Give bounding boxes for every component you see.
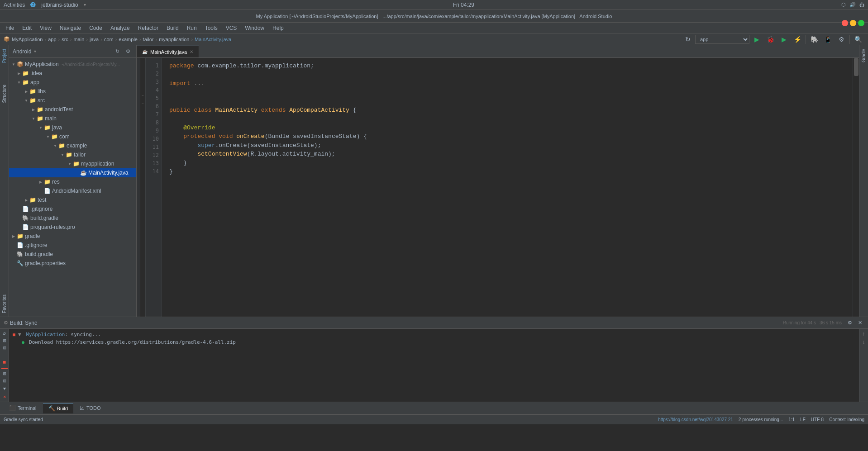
tree-item-androidtest[interactable]: ▶ 📁 androidTest [9,105,136,114]
tree-item-libs[interactable]: ▶ 📁 libs [9,87,136,96]
profile-button[interactable]: ⚡ [791,33,804,46]
build-close-button[interactable]: ✕ [855,318,864,328]
tree-item-example[interactable]: ▼ 📁 example [9,141,136,150]
tool-btn-star[interactable]: ★ [1,385,8,392]
panel-sync-button[interactable]: ↻ [113,47,122,56]
tab-build[interactable]: 🔨 Build [43,403,73,413]
tree-item-idea[interactable]: ▶ 📁 .idea [9,69,136,78]
build-header: ⚙ Build: Sync Running for 44 s 36 s 15 m… [0,317,868,329]
fold-marker-6[interactable]: − [140,91,145,100]
side-panel-header: Android ▾ ↻ ⚙ [9,45,136,58]
menu-navigate[interactable]: Navigate [56,24,85,32]
collapse-tool-button[interactable]: ⊟ [1,345,8,351]
src-folder-icon: 📁 [29,97,36,104]
fold-marker-9[interactable]: − [140,100,145,108]
tree-item-test[interactable]: ▶ 📁 test [9,195,136,204]
run-button[interactable]: ▶ [750,33,763,46]
project-tool-button[interactable]: Project [1,47,8,65]
tree-item-myapplication-pkg[interactable]: ▼ 📁 myapplication [9,159,136,168]
structure-tool-button[interactable]: Structure [1,83,8,105]
tree-item-tailor[interactable]: ▼ 📁 tailor [9,150,136,159]
tab-terminal[interactable]: ⬛ Terminal [4,403,42,413]
run-coverage-button[interactable]: ▶ [777,33,790,46]
tree-item-buildgradle-root[interactable]: ▶ 🐘 build.gradle [9,250,136,259]
menu-vcs[interactable]: VCS [222,24,241,32]
tool-btn-x[interactable]: ✕ [1,394,8,400]
tree-item-gradleprops[interactable]: ▶ 🔧 gradle.properties [9,259,136,268]
menu-edit[interactable]: Edit [19,24,35,32]
menu-view[interactable]: View [36,24,55,32]
gradle-tool-button[interactable]: Gradle [860,47,867,64]
nav-example[interactable]: example [119,37,138,42]
pin-tool-button[interactable]: ■ [0,358,9,366]
tree-item-myapplication[interactable]: ▼ 📦 MyApplication ~/AndroidStudioProject… [9,60,136,69]
activities-label[interactable]: Activities [4,2,25,8]
nav-sync-button[interactable]: ↻ [682,33,694,46]
code-line-11: setContentView(R.layout.activity_main); [169,150,845,159]
tree-item-res[interactable]: ▶ 📁 res [9,177,136,186]
tab-mainactivity[interactable]: ☕ MainActivity.java ✕ [137,46,199,57]
menu-code[interactable]: Code [86,24,106,32]
panel-settings-button[interactable]: ⚙ [124,47,133,56]
sync-tool-button[interactable]: ↻ [1,331,8,336]
tree-item-gitignore-root[interactable]: ▶ 📄 .gitignore [9,241,136,250]
sync-gradle-button[interactable]: 🐘 [808,33,820,46]
sdk-button[interactable]: ⚙ [835,33,848,46]
tree-item-androidmanifest[interactable]: ▶ 📄 AndroidManifest.xml [9,186,136,195]
build-arrow-myapp[interactable]: ▼ [18,332,21,337]
tool-btn-3[interactable]: ⊟ [1,378,8,384]
tree-item-main[interactable]: ▼ 📁 main [9,114,136,123]
tree-item-com[interactable]: ▼ 📁 com [9,132,136,141]
nav-com[interactable]: com [104,37,114,42]
nav-tailor[interactable]: tailor [143,37,154,42]
right-tool-1[interactable]: ↑ [863,331,865,337]
tree-item-gitignore-app[interactable]: ▶ 📄 .gitignore [9,204,136,214]
editor-content[interactable]: − − 1 2 3 4 5 6 7 8 9 10 11 12 13 14 [137,58,859,317]
debug-button[interactable]: 🐞 [764,33,777,46]
window-maximize-button[interactable] [858,20,864,26]
menu-refactor[interactable]: Refactor [134,24,162,32]
window-minimize-button[interactable] [850,20,856,26]
nav-mainactivity[interactable]: MainActivity.java [195,37,231,42]
expand-tool-button[interactable]: ⊞ [1,338,8,343]
status-url[interactable]: https://blog.csdn.net/wql20143027 21 [658,417,733,422]
tree-item-app[interactable]: ▼ 📁 app [9,78,136,87]
menu-window[interactable]: Window [241,24,268,32]
tab-close-button[interactable]: ✕ [190,49,193,54]
menu-tools[interactable]: Tools [201,24,221,32]
code-area[interactable]: package com.example.tailor.myapplication… [162,58,853,317]
nav-java[interactable]: java [90,37,99,42]
tree-item-buildgradle-app[interactable]: ▶ 🐘 build.gradle [9,214,136,223]
app-dropdown-arrow[interactable]: ▾ [84,2,86,7]
editor-scrollbar-thumb[interactable] [854,58,858,76]
avd-button[interactable]: 📱 [821,33,834,46]
menu-file[interactable]: File [2,24,18,32]
run-config-dropdown[interactable]: app [695,35,749,44]
menu-analyze[interactable]: Analyze [107,24,134,32]
menu-run[interactable]: Run [183,24,200,32]
menu-build[interactable]: Build [163,24,182,32]
tab-todo[interactable]: ☑ TODO [74,403,106,413]
right-tool-2[interactable]: ↓ [863,339,865,345]
favorites-bottom-button[interactable]: Favorites [1,293,8,315]
code-line-14 [169,176,845,185]
tree-item-java[interactable]: ▼ 📁 java [9,123,136,132]
jetbrains-app-name[interactable]: jetbrains-studio [41,2,78,8]
tree-item-src[interactable]: ▼ 📁 src [9,96,136,105]
window-close-button[interactable] [842,20,848,26]
tree-item-proguard[interactable]: ▶ 📄 proguard-rules.pro [9,223,136,232]
build-settings-button[interactable]: ⚙ [845,318,854,328]
tree-item-gradle[interactable]: ▶ 📁 gradle [9,232,136,241]
tree-item-mainactivity[interactable]: ▶ ☕ MainActivity.java [9,168,136,177]
tool-btn-2[interactable]: ⊞ [1,371,8,376]
menu-help[interactable]: Help [269,24,287,32]
nav-src[interactable]: src [62,37,68,42]
nav-myapplication[interactable]: MyApplication [12,37,43,42]
android-view-dropdown[interactable]: ▾ [34,49,36,54]
nav-myapplication-pkg[interactable]: myapplication [159,37,189,42]
nav-main[interactable]: main [74,37,85,42]
build-item-download: ● Download https://services.gradle.org/d… [22,338,855,346]
search-everywhere-button[interactable]: 🔍 [852,33,864,46]
build-output: ■ ▼ MyApplication: syncing... ● Download… [9,329,859,402]
nav-app[interactable]: app [48,37,56,42]
